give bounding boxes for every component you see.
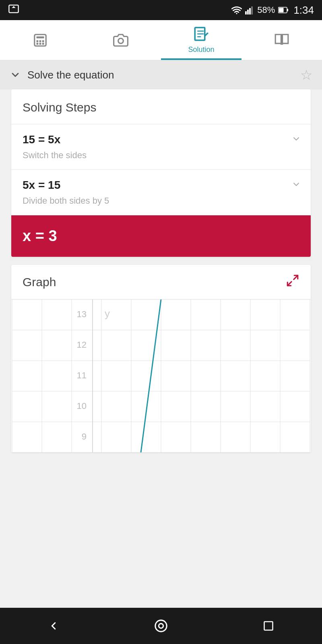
svg-rect-15 (39, 43, 41, 45)
status-bar-left-icons (8, 3, 19, 17)
step-2-description: Divide both sides by 5 (23, 196, 299, 206)
tab-book[interactable] (242, 20, 322, 60)
bottom-nav (0, 608, 322, 644)
section-header-title: Solve the equation (27, 69, 114, 81)
svg-rect-14 (37, 43, 39, 45)
battery-percent: 58% (257, 5, 275, 15)
svg-rect-12 (39, 40, 41, 42)
section-header: Solve the equation ☆ (0, 60, 322, 89)
svg-text:y: y (105, 308, 110, 320)
time-display: 1:34 (293, 4, 314, 17)
svg-rect-5 (251, 6, 253, 14)
svg-point-44 (155, 620, 167, 632)
status-bar: 58% 1:34 (0, 0, 322, 20)
svg-text:13: 13 (77, 309, 87, 319)
svg-text:9: 9 (82, 431, 87, 442)
svg-text:12: 12 (77, 340, 87, 350)
favorite-icon[interactable]: ☆ (300, 67, 312, 83)
svg-rect-10 (37, 36, 44, 38)
svg-point-1 (236, 13, 237, 14)
section-header-left: Solve the equation (10, 69, 114, 81)
graph-header: Graph (11, 265, 311, 299)
svg-text:11: 11 (77, 370, 87, 380)
step-row-2[interactable]: 5x = 15 Divide both sides by 5 (11, 170, 311, 215)
step-2-chevron[interactable] (291, 180, 301, 192)
svg-line-43 (141, 299, 161, 452)
solving-steps-card: Solving Steps 15 = 5x Switch the sides 5… (11, 89, 311, 257)
tab-calculator[interactable] (0, 20, 80, 60)
signal-icon (245, 6, 254, 14)
expand-icon[interactable] (286, 274, 299, 290)
step-2-equation: 5x = 15 (23, 179, 299, 192)
step-row-1[interactable]: 15 = 5x Switch the sides (11, 124, 311, 170)
camera-icon (113, 33, 128, 48)
svg-point-17 (118, 38, 124, 43)
graph-card: Graph (11, 265, 311, 452)
tab-camera[interactable] (80, 20, 161, 60)
step-1-description: Switch the sides (23, 150, 299, 161)
wifi-icon (231, 6, 242, 14)
svg-point-45 (159, 623, 163, 628)
svg-rect-16 (42, 43, 44, 45)
solution-icon (193, 26, 210, 43)
svg-rect-2 (245, 11, 247, 14)
home-button[interactable] (149, 614, 173, 638)
calculator-icon (33, 33, 48, 48)
card-title-row: Solving Steps (11, 89, 311, 124)
graph-area: 13 12 11 10 9 y (11, 299, 311, 452)
nav-tabs: Solution (0, 20, 322, 60)
svg-rect-11 (37, 40, 39, 42)
graph-svg: 13 12 11 10 9 y (11, 299, 311, 452)
svg-rect-46 (264, 622, 272, 630)
battery-icon (278, 6, 289, 14)
svg-rect-8 (279, 8, 284, 12)
svg-rect-13 (42, 40, 44, 42)
status-icons: 58% 1:34 (231, 4, 314, 17)
chevron-down-icon[interactable] (10, 69, 21, 80)
svg-rect-4 (249, 8, 251, 14)
back-button[interactable] (41, 614, 66, 638)
book-icon (274, 33, 289, 48)
result-row: x = 3 (11, 215, 311, 257)
step-1-chevron[interactable] (291, 134, 301, 147)
solution-tab-label: Solution (188, 45, 214, 54)
svg-rect-7 (287, 9, 288, 11)
recent-button[interactable] (256, 614, 281, 638)
card-title: Solving Steps (23, 101, 96, 114)
svg-text:10: 10 (77, 401, 87, 411)
svg-rect-3 (247, 10, 249, 14)
result-equation: x = 3 (23, 227, 299, 245)
step-1-equation: 15 = 5x (23, 133, 299, 146)
tab-solution[interactable]: Solution (161, 20, 242, 60)
graph-title: Graph (23, 275, 56, 289)
